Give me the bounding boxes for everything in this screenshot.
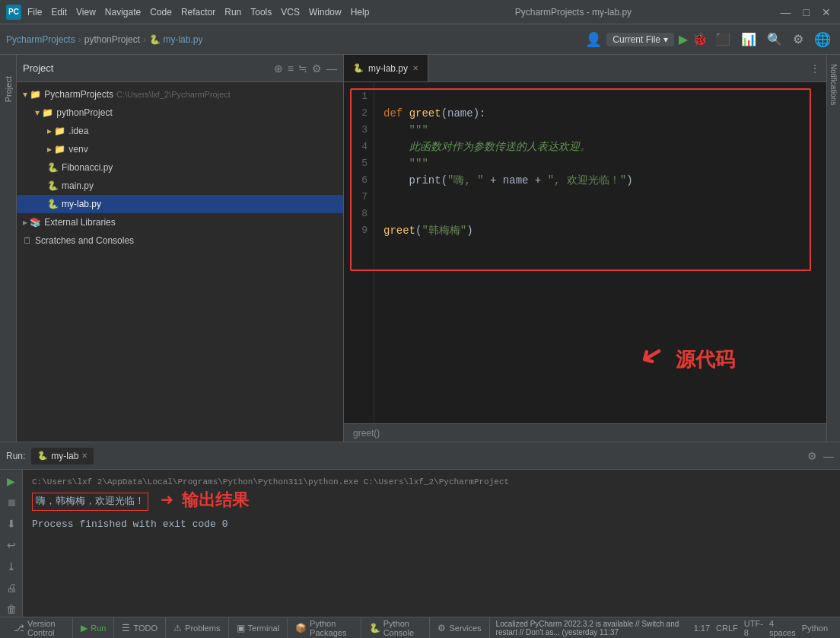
status-todo[interactable]: ☰ TODO — [114, 617, 166, 638]
search-button[interactable]: 🔍 — [764, 30, 785, 48]
breadcrumb: PycharmProjects › pythonProject › 🐍 my-l… — [6, 34, 579, 45]
menu-refactor[interactable]: Refactor — [181, 7, 215, 18]
breadcrumb-file[interactable]: 🐍 my-lab.py — [149, 34, 202, 45]
menu-vcs[interactable]: VCS — [281, 7, 300, 18]
version-control-icon: ⎇ — [14, 623, 24, 633]
tab-close-icon[interactable]: ✕ — [412, 64, 418, 72]
status-python-console[interactable]: 🐍 Python Console — [361, 617, 431, 638]
python-console-label: Python Console — [383, 619, 422, 637]
status-problems[interactable]: ⚠ Problems — [166, 617, 228, 638]
run-button[interactable]: ▶ — [679, 32, 688, 46]
run-scroll-down-icon[interactable]: ⤓ — [5, 558, 18, 575]
run-print-icon[interactable]: 🖨 — [4, 579, 19, 596]
terminal-label: Terminal — [248, 624, 280, 633]
add-icon[interactable]: ⊕ — [274, 62, 283, 75]
menu-view[interactable]: View — [76, 7, 96, 18]
status-terminal[interactable]: ▣ Terminal — [229, 617, 288, 638]
status-services[interactable]: ⚙ Services — [430, 617, 489, 638]
indent-info: 4 spaces — [769, 619, 796, 637]
gear-icon[interactable]: ⚙ — [312, 62, 322, 75]
run-stop-icon[interactable]: ⏹ — [4, 494, 19, 511]
terminal-icon: ▣ — [237, 623, 245, 633]
breadcrumb-root[interactable]: PycharmProjects — [6, 34, 75, 45]
version-control-label: Version Control — [27, 619, 65, 637]
tree-item-main[interactable]: 🐍 main.py — [17, 177, 343, 195]
breadcrumb-sep2: › — [143, 34, 146, 45]
menu-bar[interactable]: File Edit View Navigate Code Refactor Ru… — [27, 7, 369, 18]
services-label: Services — [449, 624, 481, 633]
status-python-packages[interactable]: 📦 Python Packages — [288, 617, 361, 638]
run-minimize-icon[interactable]: — — [823, 450, 834, 462]
editor-area: 🐍 my-lab.py ✕ ⋮ 1 2 3 4 5 6 7 8 9 def — [344, 55, 826, 442]
tree-item-idea[interactable]: ▸ 📁 .idea — [17, 122, 343, 140]
coverage-button[interactable]: ⬛ — [712, 30, 733, 48]
maximize-button[interactable]: □ — [800, 6, 813, 18]
run-tab-bar: Run: 🐍 my-lab ✕ ⚙ — — [0, 442, 840, 470]
breadcrumb-sep1: › — [78, 34, 81, 45]
tab-label: my-lab.py — [368, 63, 408, 74]
menu-navigate[interactable]: Navigate — [105, 7, 141, 18]
run-tab-close[interactable]: ✕ — [81, 451, 88, 460]
debug-button[interactable]: 🐞 — [692, 32, 708, 46]
cursor-position: 1:17 — [694, 624, 710, 633]
dropdown-arrow-icon: ▾ — [663, 34, 668, 45]
user-icon[interactable]: 👤 — [585, 31, 602, 48]
tree-item-python-project[interactable]: ▾ 📁 pythonProject — [17, 104, 343, 122]
menu-code[interactable]: Code — [150, 7, 172, 18]
output-arrow: ➜ — [161, 494, 173, 509]
tab-bar: 🐍 my-lab.py ✕ ⋮ — [344, 55, 826, 82]
bottom-area: Run: 🐍 my-lab ✕ ⚙ — ▶ ⏹ ⬇ ↩ ⤓ 🖨 🗑 C:\Use… — [0, 442, 840, 617]
tree-item-venv[interactable]: ▸ 📁 venv — [17, 140, 343, 158]
code-editor[interactable]: 1 2 3 4 5 6 7 8 9 def greet(name): """ 此… — [344, 82, 826, 423]
encoding: UTF-8 — [744, 619, 763, 637]
settings-button[interactable]: ⚙ — [790, 30, 807, 48]
python-packages-label: Python Packages — [310, 619, 353, 637]
window-controls[interactable]: — □ ✕ — [778, 6, 834, 18]
close-button[interactable]: ✕ — [819, 6, 834, 18]
run-content: ▶ ⏹ ⬇ ↩ ⤓ 🖨 🗑 C:\Users\lxf 2\AppData\Loc… — [0, 470, 840, 617]
status-run[interactable]: ▶ Run — [73, 617, 114, 638]
tree-item-root[interactable]: ▾ 📁 PycharmProjects C:\Users\lxf_2\Pycha… — [17, 85, 343, 104]
menu-run[interactable]: Run — [224, 7, 241, 18]
notifications-toggle[interactable]: Notifications — [828, 58, 839, 111]
tree-item-external-libs[interactable]: ▸ 📚 External Libraries — [17, 213, 343, 231]
project-panel-toggle[interactable]: Project — [2, 70, 14, 108]
run-config-button[interactable]: Current File ▾ — [606, 33, 674, 46]
code-content[interactable]: def greet(name): """ 此函数对作为参数传送的人表达欢迎。 "… — [374, 82, 826, 423]
status-right-info: Localized PyCharm 2022.3.2 is available … — [490, 619, 834, 637]
expand-icon[interactable]: ≒ — [298, 62, 307, 75]
run-wrap-icon[interactable]: ↩ — [5, 537, 18, 553]
menu-help[interactable]: Help — [351, 7, 370, 18]
run-tab-my-lab[interactable]: 🐍 my-lab ✕ — [31, 448, 94, 464]
tree-item-my-lab[interactable]: 🐍 my-lab.py — [17, 195, 343, 213]
app-logo: PC — [6, 5, 21, 20]
process-finished-line: Process finished with exit code 0 — [32, 517, 831, 532]
project-panel-icons[interactable]: ⊕ ≡ ≒ ⚙ — — [274, 62, 337, 75]
menu-file[interactable]: File — [27, 7, 42, 18]
menu-tools[interactable]: Tools — [250, 7, 272, 18]
profiler-button[interactable]: 📊 — [738, 30, 759, 48]
run-settings-icon[interactable]: ⚙ — [807, 450, 817, 462]
status-version-control[interactable]: ⎇ Version Control — [6, 617, 73, 638]
title-bar: PC File Edit View Navigate Code Refactor… — [0, 0, 840, 24]
minimize-button[interactable]: — — [778, 6, 794, 18]
editor-tab-my-lab[interactable]: 🐍 my-lab.py ✕ — [344, 55, 428, 81]
project-panel-title: Project — [23, 62, 268, 74]
menu-edit[interactable]: Edit — [51, 7, 67, 18]
run-down-icon[interactable]: ⬇ — [5, 515, 18, 532]
menu-window[interactable]: Window — [309, 7, 342, 18]
breadcrumb-project[interactable]: pythonProject — [84, 34, 140, 45]
editor-footer: greet() — [344, 423, 826, 442]
status-bar: ⎇ Version Control ▶ Run ☰ TODO ⚠ Problem… — [0, 617, 840, 638]
python-packages-icon: 📦 — [295, 623, 307, 633]
tree-item-fibonacci[interactable]: 🐍 Fibonacci.py — [17, 158, 343, 177]
run-trash-icon[interactable]: 🗑 — [4, 601, 19, 617]
collapse-all-icon[interactable]: ≡ — [288, 62, 294, 75]
tree-item-scratches[interactable]: 🗒 Scratches and Consoles — [17, 231, 343, 250]
minimize-panel-icon[interactable]: — — [326, 62, 337, 75]
tab-icons[interactable]: ⋮ — [803, 62, 826, 75]
plugins-button[interactable]: 🌐 — [811, 30, 834, 49]
run-label-status: Run — [91, 624, 106, 633]
run-play-icon[interactable]: ▶ — [5, 473, 18, 490]
more-tabs-icon[interactable]: ⋮ — [810, 62, 820, 75]
